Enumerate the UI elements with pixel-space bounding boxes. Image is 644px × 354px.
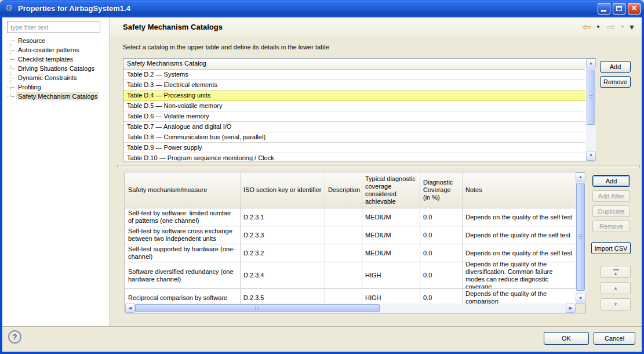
back-arrow-icon[interactable]: ⇦ <box>583 21 591 33</box>
scrollbar-thumb[interactable] <box>135 304 380 312</box>
sash-separator[interactable] <box>117 165 640 168</box>
column-header[interactable]: ISO section key or identifier <box>241 172 325 208</box>
catalog-row[interactable]: Table D.4 — Processing units <box>123 91 585 101</box>
move-top-icon: ▲ <box>613 271 618 276</box>
minimize-button[interactable] <box>598 3 610 15</box>
close-icon: ✕ <box>628 4 640 12</box>
table-row[interactable]: Reciprocal comparison by softwareD.2.3.5… <box>125 289 576 304</box>
table-row[interactable]: Software diversified redundancy (one har… <box>125 262 576 289</box>
help-button[interactable]: ? <box>8 330 21 344</box>
catalog-table-header[interactable]: Safety Mechanisms Catalog <box>123 59 585 70</box>
table-cell: D.2.3.4 <box>241 262 325 289</box>
details-horizontal-scrollbar[interactable]: ◀ ▶ <box>125 304 576 313</box>
catalog-row[interactable]: Table D.8 — Communication bus (serial, p… <box>123 132 585 143</box>
details-table: Safety mechanism/measureISO section key … <box>125 172 585 313</box>
table-cell: 0.0 <box>420 289 463 304</box>
forward-arrow-icon[interactable]: ⇨ <box>607 21 615 33</box>
table-row[interactable]: Self-test supported by hardware (one-cha… <box>125 244 576 262</box>
column-header[interactable]: Safety mechanism/measure <box>125 172 241 208</box>
table-cell: Self-test by software: limited number of… <box>125 208 241 226</box>
catalog-remove-button[interactable]: Remove <box>600 76 631 88</box>
sidebar-item[interactable]: Dynamic Constraints <box>5 73 108 82</box>
scroll-down-icon[interactable]: ▼ <box>576 294 585 304</box>
filter-input[interactable] <box>7 21 100 33</box>
import-csv-button[interactable]: Import CSV <box>591 242 631 254</box>
back-dropdown-icon[interactable]: ▼ <box>596 24 601 30</box>
scrollbar-corner <box>576 304 585 313</box>
scroll-right-icon[interactable]: ▶ <box>566 304 576 313</box>
page-title: Safety Mechanism Catalogs <box>123 23 223 31</box>
forward-dropdown-icon[interactable]: ▼ <box>620 24 625 30</box>
catalog-add-button[interactable]: Add <box>600 61 631 73</box>
titlebar[interactable]: ⚙ Properties for AirbagSystem1.4 ✕ <box>0 0 644 17</box>
table-cell: 0.0 <box>420 208 463 226</box>
move-up-button[interactable]: ▲ <box>601 282 631 294</box>
catalog-button-stack: AddRemove <box>600 61 631 91</box>
scrollbar-thumb[interactable] <box>576 183 585 291</box>
move-down-button[interactable]: ▼ <box>601 298 631 310</box>
column-header[interactable]: Notes <box>463 172 576 208</box>
move-top-button[interactable]: ▲ <box>601 266 631 278</box>
tree-guide-line <box>10 41 10 97</box>
table-cell: Software diversified redundancy (one har… <box>125 262 241 289</box>
catalog-row[interactable]: Table D.3 — Electrical elements <box>123 80 585 91</box>
catalog-row[interactable]: Table D.5 — Non-volatile memory <box>123 101 585 111</box>
sidebar-item[interactable]: Safety Mechanism Catalogs <box>5 92 108 101</box>
sidebar-item[interactable]: Profiling <box>5 82 108 92</box>
table-cell: D.2.3.1 <box>241 208 325 226</box>
move-button-stack: ▲▲▼ <box>601 266 631 315</box>
catalog-row[interactable]: Table D.9 — Power supply <box>123 143 585 153</box>
ok-button[interactable]: OK <box>544 332 589 345</box>
catalog-vertical-scrollbar[interactable]: ▲ ▼ <box>586 59 596 161</box>
table-row[interactable]: Self-test by software cross exchange bet… <box>125 226 576 244</box>
move-down-icon: ▼ <box>613 302 618 307</box>
table-cell: D.2.3.2 <box>241 244 325 262</box>
sidebar-item[interactable]: Resource <box>5 36 108 45</box>
table-cell: Reciprocal comparison by software <box>125 289 241 304</box>
maximize-button[interactable] <box>613 3 625 15</box>
sidebar-item[interactable]: Driving Situations Catalogs <box>5 64 108 73</box>
details-duplicate-button[interactable]: Duplicate <box>592 205 630 217</box>
sidebar-item[interactable]: Checklist templates <box>5 55 108 64</box>
sidebar-item-label: Safety Mechanism Catalogs <box>16 92 99 100</box>
move-top-bar-icon <box>613 269 619 270</box>
column-header[interactable]: Description <box>325 172 362 208</box>
details-remove-button[interactable]: Remove <box>592 221 630 232</box>
details-table-rows: Self-test by software: limited number of… <box>125 208 576 304</box>
sidebar-item-label: Driving Situations Catalogs <box>16 64 96 73</box>
scroll-down-icon[interactable]: ▼ <box>586 151 596 161</box>
scroll-up-icon[interactable]: ▲ <box>586 59 596 68</box>
details-vertical-scrollbar[interactable]: ▲ ▼ <box>576 172 585 304</box>
catalog-row[interactable]: Table D.6 — Volatile memory <box>123 111 585 122</box>
sidebar-tree: ResourceAuto-counter patternsChecklist t… <box>5 36 108 101</box>
table-cell: Depends of the quality of the diversific… <box>463 262 576 289</box>
table-cell: HIGH <box>362 289 420 304</box>
column-header[interactable]: Typical diagnostic coverage considered a… <box>362 172 420 208</box>
gear-icon: ⚙ <box>5 3 13 13</box>
details-add-after-button[interactable]: Add After <box>592 190 630 202</box>
sidebar-item-label: Profiling <box>16 83 43 91</box>
details-add-button[interactable]: Add <box>592 175 630 187</box>
cancel-button[interactable]: Cancel <box>594 332 635 345</box>
details-table-header: Safety mechanism/measureISO section key … <box>125 172 576 208</box>
table-cell: 0.0 <box>420 262 463 289</box>
scroll-left-icon[interactable]: ◀ <box>125 304 135 313</box>
scrollbar-thumb[interactable] <box>587 70 595 125</box>
table-cell: MEDIUM <box>362 208 420 226</box>
sidebar-item[interactable]: Auto-counter patterns <box>5 45 108 55</box>
table-cell: Self-test by software cross exchange bet… <box>125 226 241 244</box>
column-header[interactable]: Diagnostic Coverage (in %) <box>420 172 463 208</box>
table-cell <box>325 208 362 226</box>
details-button-stack: AddAdd AfterDuplicateRemove <box>592 175 630 236</box>
view-menu-icon[interactable]: ▼ <box>628 23 635 31</box>
catalog-table: Safety Mechanisms Catalog Table D.2 — Sy… <box>123 58 596 161</box>
table-cell: MEDIUM <box>362 226 420 244</box>
window-title: Properties for AirbagSystem1.4 <box>18 4 130 13</box>
catalog-row[interactable]: Table D.2 — Systems <box>123 70 585 80</box>
close-button[interactable]: ✕ <box>628 3 641 15</box>
scroll-up-icon[interactable]: ▲ <box>576 172 585 182</box>
catalog-row[interactable]: Table D.10 — Program sequence monitoring… <box>123 153 585 161</box>
table-row[interactable]: Self-test by software: limited number of… <box>125 208 576 226</box>
catalog-row[interactable]: Table D.7 — Analogue and digital I/O <box>123 122 585 132</box>
page-description: Select a catalog in the upper table and … <box>123 44 329 50</box>
